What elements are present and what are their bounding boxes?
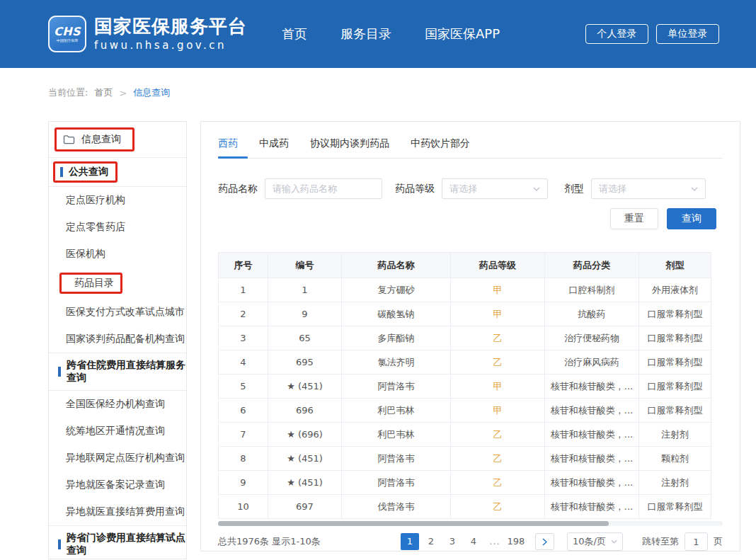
table-header-cell: 剂型 — [639, 253, 711, 278]
dosage-form-select[interactable]: 请选择 — [591, 178, 706, 199]
tab[interactable]: 西药 — [218, 132, 242, 158]
table-cell: 治疗麻风病药 — [545, 350, 639, 375]
table-cell: 2 — [219, 302, 268, 326]
main-panel: 西药中成药协议期内谈判药品中药饮片部分 药品名称 药品等级 请选择 剂型 请选择… — [200, 121, 740, 552]
table-cell: 核苷和核苷酸类，... — [545, 471, 639, 495]
table-cell: 利巴韦林 — [342, 399, 451, 423]
tab[interactable]: 中药饮片部分 — [411, 132, 474, 158]
chevron-down-icon — [533, 187, 540, 191]
sidebar-item-label: 异地联网定点医疗机构查询 — [66, 452, 185, 464]
table-header-cell: 药品名称 — [342, 253, 451, 278]
tab[interactable]: 协议期内谈判药品 — [310, 132, 394, 158]
personal-login-button[interactable]: 个人登录 — [585, 24, 648, 44]
page-number[interactable]: 1 — [401, 533, 419, 550]
annotation-box: 信息查询 — [55, 127, 134, 152]
table-cell: 乙 — [451, 423, 545, 447]
jump-page-input[interactable] — [685, 532, 708, 551]
table-cell: 口腔科制剂 — [545, 278, 639, 302]
page-number[interactable]: 2 — [422, 533, 440, 550]
table-cell: 6 — [219, 399, 268, 423]
sidebar-item-label: 定点零售药店 — [66, 221, 125, 234]
table-header-cell: 序号 — [219, 253, 268, 278]
sidebar-item-label: 异地就医备案记录查询 — [66, 479, 165, 491]
drug-grade-label: 药品等级 — [395, 183, 435, 195]
sidebar-item[interactable]: 公共查询 — [49, 158, 186, 186]
sidebar-menu: 信息查询公共查询定点医疗机构定点零售药店医保机构药品目录医保支付方式改革试点城市… — [48, 121, 187, 559]
drug-table: 序号编号药品名称药品等级药品分类剂型 11复方硼砂甲口腔科制剂外用液体剂29碳酸… — [218, 252, 711, 519]
breadcrumb: 当前位置: 首页 > 信息查询 — [48, 86, 756, 99]
sidebar-item[interactable]: 异地就医直接结算费用查询 — [49, 498, 186, 525]
sidebar-item-label: 医保支付方式改革试点城市 — [66, 306, 185, 319]
table-cell: 696 — [268, 399, 342, 423]
table-row[interactable]: 4695氯法齐明乙治疗麻风病药口服常释剂型 — [219, 350, 711, 375]
drug-table-head: 序号编号药品名称药品等级药品分类剂型 — [219, 253, 711, 278]
sidebar-item[interactable]: 信息查询 — [49, 122, 186, 157]
nav-item[interactable]: 首页 — [282, 25, 307, 42]
breadcrumb-current[interactable]: 信息查询 — [133, 86, 170, 99]
table-cell: 核苷和核苷酸类，... — [545, 495, 639, 519]
table-row[interactable]: 5★ (451)阿昔洛韦甲核苷和核苷酸类，...口服常释剂型 — [219, 375, 711, 399]
section-bar-icon — [60, 167, 63, 177]
table-cell: 口服常释剂型 — [639, 302, 711, 326]
action-buttons: 重置 查询 — [218, 208, 723, 229]
tab[interactable]: 中成药 — [259, 132, 293, 158]
nav-item[interactable]: 服务目录 — [340, 25, 391, 42]
next-page-button[interactable] — [535, 533, 554, 550]
folder-icon — [63, 135, 75, 144]
table-header-cell: 编号 — [268, 253, 342, 278]
page-size-value: 10条/页 — [573, 535, 606, 548]
table-cell: 695 — [268, 350, 342, 375]
table-row[interactable]: 11复方硼砂甲口腔科制剂外用液体剂 — [219, 278, 711, 302]
table-cell: ★ (451) — [268, 447, 342, 471]
table-cell: 核苷和核苷酸类，... — [545, 399, 639, 423]
sidebar-item[interactable]: 跨省住院费用直接结算服务查询 — [49, 353, 186, 390]
sidebar-item[interactable]: 跨省门诊费用直接结算试点查询 — [49, 526, 186, 559]
sidebar-item-label: 信息查询 — [81, 133, 121, 146]
table-cell: 3 — [219, 326, 268, 350]
sidebar-item[interactable]: 定点医疗机构 — [49, 187, 186, 214]
page-number[interactable]: 4 — [464, 533, 483, 550]
page-size-select[interactable]: 10条/页 — [567, 532, 623, 551]
sidebar-item[interactable]: 统筹地区开通情况查询 — [49, 418, 186, 445]
sidebar-item[interactable]: 异地就医备案记录查询 — [49, 472, 186, 498]
sidebar-item[interactable]: 药品目录 — [49, 268, 186, 299]
table-cell: 1 — [219, 278, 268, 302]
table-row[interactable]: 29碳酸氢钠甲抗酸药口服常释剂型 — [219, 302, 711, 326]
reset-button[interactable]: 重置 — [610, 208, 658, 229]
sidebar-item[interactable]: 医保支付方式改革试点城市 — [49, 299, 186, 326]
tab-bar: 西药中成药协议期内谈判药品中药饮片部分 — [218, 132, 723, 159]
table-row[interactable]: 9★ (451)阿昔洛韦乙核苷和核苷酸类，...注射剂 — [219, 471, 711, 495]
table-cell: 注射剂 — [639, 471, 711, 495]
sidebar-item[interactable]: 定点零售药店 — [49, 214, 186, 241]
table-cell: 伐昔洛韦 — [342, 495, 451, 519]
content-area: 信息查询公共查询定点医疗机构定点零售药店医保机构药品目录医保支付方式改革试点城市… — [48, 121, 740, 559]
drug-grade-select[interactable]: 请选择 — [442, 178, 548, 199]
horizontal-scrollbar[interactable] — [218, 521, 723, 526]
table-header-row: 序号编号药品名称药品等级药品分类剂型 — [219, 253, 711, 278]
dosage-form-label: 剂型 — [564, 183, 584, 195]
drug-name-label: 药品名称 — [218, 183, 258, 195]
nav-item[interactable]: 国家医保APP — [425, 25, 500, 42]
scrollbar-thumb[interactable] — [218, 521, 609, 526]
org-login-button[interactable]: 单位登录 — [656, 24, 719, 44]
sidebar-item[interactable]: 异地联网定点医疗机构查询 — [49, 445, 186, 472]
chevron-right-icon — [542, 538, 547, 546]
table-row[interactable]: 10697伐昔洛韦乙核苷和核苷酸类，...口服常释剂型 — [219, 495, 711, 519]
table-row[interactable]: 6696利巴韦林甲核苷和核苷酸类，...口服常释剂型 — [219, 399, 711, 423]
table-row[interactable]: 8★ (451)阿昔洛韦乙核苷和核苷酸类，...颗粒剂 — [219, 447, 711, 471]
table-cell: 乙 — [451, 447, 545, 471]
table-cell: 阿昔洛韦 — [342, 447, 451, 471]
site-url: fuwu.nhsa.gov.cn — [94, 38, 247, 52]
drug-name-input[interactable] — [265, 178, 382, 199]
search-button[interactable]: 查询 — [667, 208, 716, 229]
page-list: 1234...198 — [399, 533, 527, 550]
page-number[interactable]: 3 — [443, 533, 462, 550]
page-number[interactable]: 198 — [507, 533, 525, 550]
breadcrumb-home[interactable]: 首页 — [94, 86, 113, 99]
sidebar-item[interactable]: 全国医保经办机构查询 — [49, 391, 186, 418]
table-row[interactable]: 365多库酯钠乙治疗便秘药物口服常释剂型 — [219, 326, 711, 350]
table-cell: 口服常释剂型 — [639, 495, 711, 519]
sidebar-item[interactable]: 国家谈判药品配备机构查询 — [49, 326, 186, 353]
sidebar-item[interactable]: 医保机构 — [49, 241, 186, 268]
table-row[interactable]: 7★ (696)利巴韦林乙核苷和核苷酸类，...注射剂 — [219, 423, 711, 447]
